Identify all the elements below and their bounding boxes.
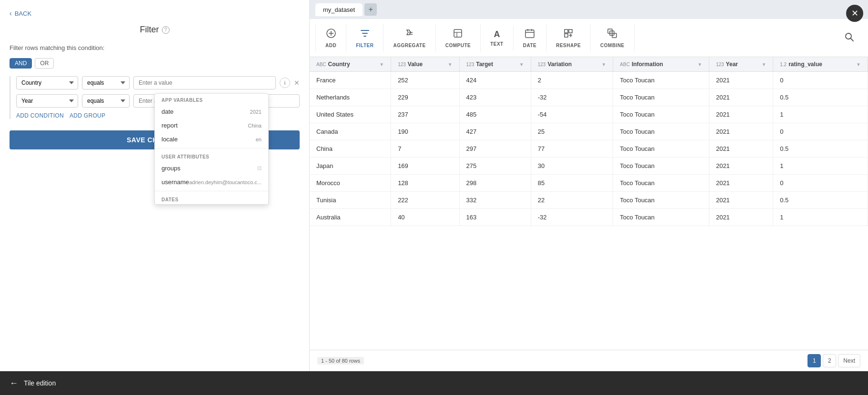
table-cell: 2021 (709, 175, 773, 192)
page-1-button[interactable]: 1 (807, 354, 821, 367)
dates-title: DATES (155, 193, 268, 204)
dropdown-item-username[interactable]: username adrien.deyhim@toucantoco.c... (155, 175, 268, 189)
table-row: Japan16927530Toco Toucan20211 (310, 158, 868, 175)
condition-row-country: Country Year Value equals not equals con… (16, 76, 300, 89)
col-header-target[interactable]: 123 Target ▼ (459, 57, 531, 72)
dropdown-divider-1 (155, 148, 268, 148)
table-cell: 0.5 (773, 192, 868, 209)
tile-edition-back-icon[interactable]: ← (10, 378, 18, 388)
dropdown-item-date[interactable]: date 2021 (155, 105, 268, 118)
table-cell: 252 (391, 72, 459, 89)
table-cell: 237 (391, 106, 459, 123)
col-header-year[interactable]: 123 Year ▼ (709, 57, 773, 72)
table-cell: Toco Toucan (613, 192, 709, 209)
toolbar-date-label: DATE (523, 43, 536, 48)
toolbar-filter[interactable]: FILTER (346, 24, 384, 52)
table-cell: 0 (773, 72, 868, 89)
toolbar-search-button[interactable] (837, 28, 862, 48)
and-button[interactable]: AND (10, 58, 32, 69)
filter-title: Filter ? (10, 25, 300, 35)
table-cell: 229 (391, 89, 459, 106)
add-icon (326, 28, 336, 41)
filter-help-icon[interactable]: ? (162, 26, 170, 34)
condition-field-select-2[interactable]: Year Country Value (16, 94, 78, 108)
toolbar-reshape-label: RESHAPE (556, 43, 581, 48)
sort-icon-variation: ▼ (601, 62, 606, 67)
filter-icon (360, 28, 370, 41)
toolbar-date[interactable]: DATE (514, 24, 546, 52)
table-cell: Toco Toucan (613, 158, 709, 175)
condition-operator-select-2[interactable]: equals not equals contains (82, 94, 130, 108)
table-cell: 485 (459, 106, 531, 123)
row-count-badge: 1 - 50 of 80 rows (317, 357, 364, 365)
toolbar-add-label: ADD (325, 43, 336, 48)
condition-info-button-1[interactable]: i (280, 78, 290, 88)
table-cell: 297 (459, 140, 531, 158)
table-cell: 85 (531, 175, 613, 192)
table-cell: 30 (531, 158, 613, 175)
dataset-panel: my_dataset + ADD FILTER (310, 0, 868, 371)
back-button[interactable]: ‹ BACK (10, 10, 300, 17)
next-page-button[interactable]: Next (838, 354, 860, 367)
col-header-information[interactable]: ABC Information ▼ (613, 57, 709, 72)
toolbar-add[interactable]: ADD (315, 24, 346, 52)
col-header-variation[interactable]: 123 Variation ▼ (531, 57, 613, 72)
condition-operator-select-1[interactable]: equals not equals contains (82, 76, 130, 89)
table-cell: 7 (391, 140, 459, 158)
toolbar-text[interactable]: A TEXT (481, 26, 514, 50)
table-cell: Toco Toucan (613, 72, 709, 89)
table-row: Netherlands229423-32Toco Toucan20210.5 (310, 89, 868, 106)
dataset-tab-my-dataset[interactable]: my_dataset (315, 3, 363, 16)
compute-icon (453, 28, 463, 41)
table-cell: 2021 (709, 140, 773, 158)
page-2-button[interactable]: 2 (823, 354, 836, 367)
col-header-value[interactable]: 123 Value ▼ (391, 57, 459, 72)
or-button[interactable]: OR (35, 58, 54, 69)
data-table: ABC Country ▼ 123 Value ▼ (310, 57, 868, 226)
svg-rect-13 (569, 30, 572, 33)
toolbar-text-label: TEXT (490, 41, 504, 47)
condition-delete-button-1[interactable]: ✕ (294, 79, 300, 87)
dropdown-item-locale[interactable]: locale en (155, 132, 268, 146)
col-header-country[interactable]: ABC Country ▼ (310, 57, 391, 72)
col-header-rating[interactable]: 1.2 rating_value ▼ (773, 57, 868, 72)
add-group-link[interactable]: ADD GROUP (70, 112, 105, 119)
combine-icon (607, 28, 617, 41)
table-cell: Toco Toucan (613, 106, 709, 123)
toolbar-compute[interactable]: COMPUTE (436, 24, 481, 52)
add-condition-link[interactable]: ADD CONDITION (16, 112, 64, 119)
logic-button-group: AND OR (10, 58, 300, 69)
table-cell: 2021 (709, 72, 773, 89)
table-cell: 163 (459, 209, 531, 226)
table-cell: 275 (459, 158, 531, 175)
table-cell: 0 (773, 123, 868, 140)
table-cell: 2021 (709, 192, 773, 209)
dropdown-item-report[interactable]: report China (155, 118, 268, 132)
table-row: Australia40163-32Toco Toucan20211 (310, 209, 868, 226)
svg-line-19 (851, 38, 854, 41)
table-cell: -32 (531, 89, 613, 106)
table-header-row: ABC Country ▼ 123 Value ▼ (310, 57, 868, 72)
sort-icon-rating: ▼ (856, 62, 861, 67)
tile-edition-title: Tile edition (24, 379, 56, 387)
table-row: China729777Toco Toucan20210.5 (310, 140, 868, 158)
toolbar-aggregate[interactable]: AGGREGATE (384, 24, 435, 52)
table-cell: 128 (391, 175, 459, 192)
condition-field-select-1[interactable]: Country Year Value (16, 76, 78, 89)
date-icon (525, 28, 535, 41)
table-cell: 190 (391, 123, 459, 140)
toolbar-combine[interactable]: COMBINE (591, 24, 635, 52)
close-button[interactable]: ✕ (846, 5, 863, 22)
dropdown-item-groups[interactable]: groups ⊡ (155, 161, 268, 175)
add-tab-button[interactable]: + (364, 3, 377, 16)
table-cell: Canada (310, 123, 391, 140)
dropdown-divider-2 (155, 191, 268, 191)
table-cell: Toco Toucan (613, 140, 709, 158)
condition-value-input-1[interactable] (133, 76, 276, 89)
table-body: France2524242Toco Toucan20210Netherlands… (310, 72, 868, 226)
table-row: Tunisia22233222Toco Toucan20210.5 (310, 192, 868, 209)
toolbar-reshape[interactable]: RESHAPE (546, 24, 591, 52)
table-cell: Toco Toucan (613, 89, 709, 106)
table-cell: 25 (531, 123, 613, 140)
table-cell: 2 (531, 72, 613, 89)
